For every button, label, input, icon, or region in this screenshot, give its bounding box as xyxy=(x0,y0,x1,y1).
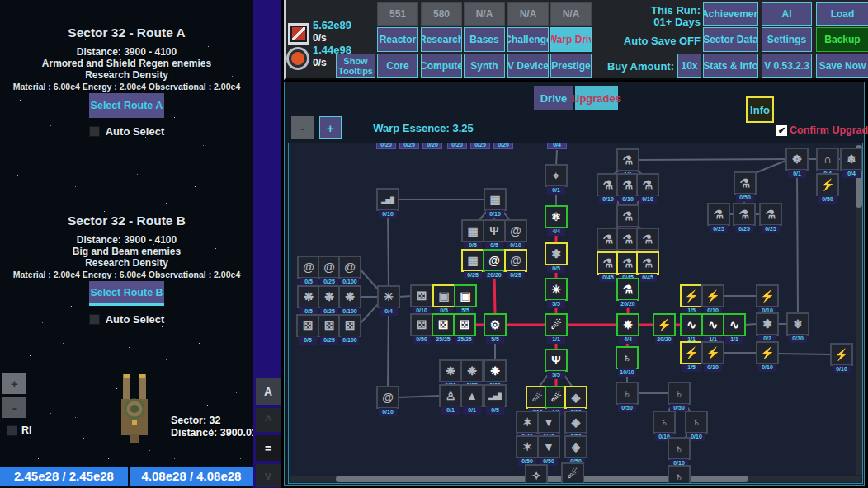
select-route-a-button[interactable]: Select Route A xyxy=(89,93,164,118)
buy-amount-button[interactable]: 10x xyxy=(677,54,701,78)
upgrade-chip[interactable]: 0/4 xyxy=(547,143,567,149)
upgrade-node-rocket[interactable]: ☄1/1 xyxy=(545,313,568,336)
upgrade-node-galaxy[interactable]: ❋0/20 xyxy=(484,359,507,382)
upgrade-node-starburst[interactable]: ✳5/5 xyxy=(545,278,568,301)
upgrade-node-dice[interactable]: ⚄0/50 xyxy=(410,313,433,336)
side-button-a[interactable]: A xyxy=(256,378,281,405)
upgrade-node-dice[interactable]: ⚄0/100 xyxy=(338,314,361,337)
upgrade-node-battery[interactable]: ⚡1/5 xyxy=(680,284,703,307)
upgrade-node-rocket[interactable]: ☄0/30 xyxy=(561,462,584,484)
menu-button-save-now[interactable]: Save Now xyxy=(816,54,868,78)
info-button[interactable]: Info xyxy=(746,96,774,123)
upgrade-node-flask[interactable]: ⚗0/25 xyxy=(707,203,730,226)
menu-button-achievemen[interactable]: Achievemen xyxy=(703,2,758,26)
upgrade-node-spiral[interactable]: @0/25 xyxy=(318,256,341,279)
slot-button-551-0[interactable]: 551 xyxy=(377,2,418,26)
nav-tab-challenge[interactable]: Challenge xyxy=(507,27,549,52)
tree-zoom-out-button[interactable]: - xyxy=(291,116,314,139)
nav-tab-reactor[interactable]: Reactor xyxy=(377,27,418,52)
upgrade-chip[interactable]: 0/25 xyxy=(470,143,490,149)
upgrade-node-spray[interactable]: ✧0/30 xyxy=(525,464,548,484)
upgrade-node-droplet[interactable]: ▼0/50 xyxy=(537,435,560,458)
nav-tab-synth[interactable]: Synth xyxy=(464,54,505,78)
upgrade-node-spiral[interactable]: @0/25 xyxy=(504,249,527,272)
upgrade-node-flask[interactable]: ⚗0/25 xyxy=(636,228,659,251)
upgrade-node-projector[interactable]: ⌖0/1 xyxy=(545,164,568,187)
upgrade-chip[interactable]: 0/20 xyxy=(447,143,467,149)
upgrade-node-flask[interactable]: ⚗0/25 xyxy=(733,203,756,226)
route-b-auto-select-checkbox[interactable] xyxy=(89,314,100,325)
ship-zoom-in-button[interactable]: + xyxy=(2,373,26,394)
upgrade-node-saturn[interactable]: ♄0/50 xyxy=(668,382,691,405)
upgrade-node-spikygear[interactable]: ❃0/2 xyxy=(756,312,779,336)
upgrade-node-spiral[interactable]: @0/5 xyxy=(297,256,320,279)
upgrade-node-octopus[interactable]: Ψ0/5 xyxy=(483,219,506,242)
upgrade-node-circuit[interactable]: ▦0/5 xyxy=(461,219,484,242)
upgrade-node-galaxy[interactable]: ❋0/5 xyxy=(297,285,320,308)
upgrade-node-flask[interactable]: ⚗20/20 xyxy=(616,278,639,301)
upgrade-node-flask[interactable]: ⚗0/25 xyxy=(759,203,782,226)
nav-tab-warp-driv[interactable]: Warp Driv xyxy=(550,27,592,52)
upgrade-chip[interactable]: 0/20 xyxy=(422,143,442,149)
nav-tab-bases[interactable]: Bases xyxy=(464,27,505,52)
select-route-b-button[interactable]: Select Route B xyxy=(89,281,164,306)
upgrade-node-chart[interactable]: ▂▅█0/10 xyxy=(376,188,399,211)
tab-upgrades[interactable]: Upgrades xyxy=(575,86,618,110)
upgrade-node-burst[interactable]: ✶0/50 xyxy=(516,435,539,458)
upgrade-node-galaxy[interactable]: ❋0/25 xyxy=(318,285,341,308)
upgrade-node-galaxy[interactable]: ❋0/25 xyxy=(460,359,484,382)
upgrade-node-spiral[interactable]: @0/10 xyxy=(504,219,527,242)
upgrade-node-coil[interactable]: ∿1/1 xyxy=(680,313,703,336)
menu-button-v-0-53-2-3[interactable]: V 0.53.2.3 xyxy=(762,54,812,78)
upgrade-node-saturn[interactable]: ♄0/10 xyxy=(668,465,691,484)
menu-button-load[interactable]: Load xyxy=(816,2,868,26)
upgrade-node-chart[interactable]: ▂▅█0/5 xyxy=(484,384,507,407)
upgrade-node-wheel[interactable]: ☸0/1 xyxy=(785,148,809,171)
upgrade-node-dice[interactable]: ⚄0/25 xyxy=(318,314,341,337)
upgrade-node-spiral[interactable]: @0/10 xyxy=(376,386,399,409)
upgrade-node-flask[interactable]: ⚗0/45 xyxy=(636,251,659,274)
upgrade-node-flask[interactable]: ⚗0/10 xyxy=(636,173,659,196)
upgrade-node-saturn[interactable]: ♄0/10 xyxy=(668,437,691,460)
ship-zoom-out-button[interactable]: - xyxy=(2,396,26,418)
route-a-auto-select-checkbox[interactable] xyxy=(89,126,100,137)
slot-button-n-a-3[interactable]: N/A xyxy=(507,2,549,26)
upgrade-node-lightning[interactable]: ⚡0/10 xyxy=(756,341,779,364)
upgrade-node-lightning[interactable]: ⚡1/5 xyxy=(680,341,703,364)
menu-button-backup[interactable]: Backup xyxy=(816,27,868,52)
upgrade-node-droplet[interactable]: ▼0/40 xyxy=(537,411,560,434)
upgrade-tree[interactable]: 0/200/250/200/200/250/200/4▂▅█0/10▦0/10▦… xyxy=(288,143,863,484)
upgrade-node-octopus[interactable]: Ψ5/5 xyxy=(545,349,568,372)
upgrade-node-web[interactable]: ❄0/20 xyxy=(786,312,809,336)
upgrade-node-lightning[interactable]: ⚡0/10 xyxy=(701,341,724,364)
upgrade-node-atom[interactable]: ⚛4/4 xyxy=(545,205,568,228)
upgrade-chip[interactable]: 0/20 xyxy=(493,143,513,149)
upgrade-node-flask[interactable]: ⚗0/10 xyxy=(616,204,639,228)
upgrade-node-pinwheel[interactable]: ❃0/5 xyxy=(545,242,568,265)
slot-button-580-1[interactable]: 580 xyxy=(421,2,462,26)
upgrade-node-saturn[interactable]: ♄0/10 xyxy=(653,411,676,434)
upgrade-node-circuit[interactable]: ▦0/25 xyxy=(461,249,484,272)
upgrade-node-galaxy[interactable]: ❋0/50 xyxy=(439,359,462,382)
nav-tab-research[interactable]: Research xyxy=(421,27,462,52)
menu-button-sector-data[interactable]: Sector Data xyxy=(703,27,758,52)
upgrade-node-burst[interactable]: ✶0/40 xyxy=(516,411,539,434)
show-tooltips-button[interactable]: Show Tooltips xyxy=(336,54,375,78)
upgrade-node-saturn[interactable]: ♄0/10 xyxy=(685,411,708,434)
upgrade-node-pedestal[interactable]: ♙0/1 xyxy=(439,384,462,407)
upgrade-node-coil[interactable]: ∿1/1 xyxy=(701,313,724,336)
nav-tab-v-device[interactable]: V Device xyxy=(507,54,549,78)
side-button-v[interactable]: v xyxy=(256,464,281,487)
upgrade-node-coil[interactable]: ∿1/1 xyxy=(723,313,746,336)
upgrade-node-crate[interactable]: ▣0/5 xyxy=(432,284,455,307)
upgrade-node-uparrow[interactable]: ▲0/1 xyxy=(460,384,484,407)
upgrade-node-battery[interactable]: ⚡0/10 xyxy=(756,284,779,307)
side-button-item[interactable]: = xyxy=(256,435,281,461)
upgrade-node-gear[interactable]: ⚙5/5 xyxy=(484,313,507,336)
upgrade-node-ufo[interactable]: ✵4/4 xyxy=(616,313,639,336)
upgrade-node-crate[interactable]: ▣5/5 xyxy=(454,284,477,307)
upgrade-node-dice[interactable]: ⚄0/5 xyxy=(296,314,319,337)
nav-tab-prestige[interactable]: Prestige xyxy=(550,54,592,78)
tree-zoom-in-button[interactable]: + xyxy=(319,116,342,139)
ri-checkbox[interactable] xyxy=(7,425,17,436)
